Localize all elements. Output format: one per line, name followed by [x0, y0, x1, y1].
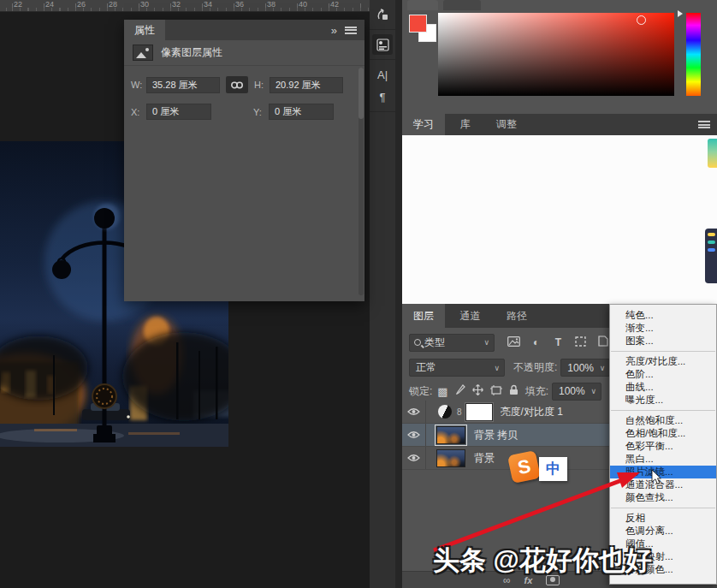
menu-item[interactable]: 阈值... — [610, 538, 716, 550]
filter-smart-objects-icon[interactable] — [596, 336, 610, 349]
menu-item[interactable]: 纯色... — [610, 309, 716, 322]
learn-panel-content — [402, 135, 717, 304]
lock-transparency-icon[interactable]: ▩ — [437, 385, 447, 398]
width-input[interactable]: 35.28 厘米 — [146, 77, 220, 93]
saturation-brightness-field[interactable] — [438, 13, 674, 96]
tab-learn[interactable]: 学习 — [402, 114, 445, 135]
tab-channels[interactable]: 通道 — [448, 304, 491, 328]
chevron-down-icon: ∨ — [479, 338, 494, 347]
hue-slider-marker — [678, 10, 683, 17]
properties-panel-header: 属性 » — [124, 20, 364, 40]
swatches-tab-stub[interactable] — [443, 0, 481, 10]
menu-item[interactable]: 色阶... — [610, 368, 716, 381]
mask-link-icon: 8 — [457, 407, 462, 417]
menu-item[interactable]: 曲线... — [610, 381, 716, 394]
properties-tab[interactable]: 属性 — [124, 20, 165, 40]
menu-item[interactable]: 自然饱和度... — [610, 414, 716, 427]
x-label: X: — [131, 107, 146, 117]
visibility-eye-icon[interactable] — [402, 424, 426, 446]
panel-menu-icon[interactable] — [345, 27, 357, 34]
opacity-input[interactable]: 100% ∨ — [560, 359, 610, 377]
layer-filter-combo[interactable]: 类型 ∨ — [409, 334, 495, 352]
menu-item[interactable]: 渐变映射... — [610, 550, 716, 563]
layer-name[interactable]: 背景 拷贝 — [474, 428, 518, 442]
menu-item[interactable]: 色调分离... — [610, 525, 716, 538]
paragraph-panel-icon[interactable]: ¶ — [372, 86, 393, 107]
blend-mode-select[interactable]: 正常 ∨ — [409, 359, 505, 377]
lock-all-icon[interactable] — [509, 384, 518, 398]
menu-item[interactable] — [611, 508, 715, 508]
link-dimensions-icon[interactable] — [226, 76, 248, 93]
hue-slider[interactable] — [686, 13, 701, 96]
ruler-mark: 32 — [172, 0, 204, 9]
ruler-mark: 22 — [14, 0, 45, 9]
menu-item[interactable]: 黑白... — [610, 453, 716, 466]
properties-panel-icon[interactable] — [372, 34, 393, 55]
visibility-eye-icon[interactable] — [402, 401, 426, 423]
tab-paths[interactable]: 路径 — [495, 304, 538, 328]
layer-thumbnail[interactable] — [436, 426, 465, 444]
lock-position-icon[interactable] — [472, 384, 483, 398]
height-input[interactable]: 20.92 厘米 — [270, 77, 343, 93]
color-tab-stub[interactable] — [407, 0, 438, 10]
filter-shape-layers-icon[interactable] — [573, 336, 588, 349]
learn-card-fragment[interactable] — [708, 139, 717, 168]
menu-item[interactable] — [611, 410, 715, 411]
menu-item[interactable]: 亮度/对比度... — [610, 355, 716, 368]
layer-name[interactable]: 亮度/对比度 1 — [501, 405, 563, 419]
character-panel-icon[interactable]: A| — [372, 64, 393, 85]
menu-item[interactable]: 图案... — [610, 335, 716, 347]
fill-value: 100% — [559, 385, 585, 397]
menu-item[interactable]: 色彩平衡... — [610, 440, 716, 453]
layer-thumbnail[interactable] — [436, 449, 465, 467]
lock-pixels-icon[interactable] — [455, 384, 465, 398]
tab-layers[interactable]: 图层 — [402, 304, 445, 328]
menu-item[interactable]: 可选颜色... — [610, 563, 716, 576]
layer-style-fx-icon[interactable]: fx — [524, 573, 533, 588]
menu-item[interactable]: 渐变... — [610, 322, 716, 335]
adjustment-layer-thumbnail[interactable] — [438, 405, 452, 419]
menu-item[interactable]: 色相/饱和度... — [610, 427, 716, 440]
pixel-layer-icon — [133, 45, 153, 61]
blend-mode-value: 正常 — [416, 360, 436, 375]
panel-menu-icon[interactable] — [698, 121, 710, 128]
filter-type-layers-icon[interactable]: T — [551, 336, 566, 348]
properties-subtitle-row: 像素图层属性 — [124, 40, 364, 66]
photoshop-window: 2224262830323436384042 — [0, 0, 717, 588]
filter-adjustment-layers-icon[interactable]: ◐ — [529, 336, 543, 348]
link-layers-icon[interactable]: ∞ — [503, 573, 511, 588]
color-panel — [402, 0, 717, 111]
history-panel-icon[interactable] — [372, 4, 393, 25]
tab-adjust[interactable]: 调整 — [485, 114, 528, 135]
add-layer-mask-icon[interactable] — [546, 575, 560, 585]
menu-item[interactable] — [611, 351, 715, 352]
filter-label: 类型 — [424, 336, 445, 350]
filter-pixel-layers-icon[interactable] — [507, 336, 521, 349]
menu-item[interactable]: 曝光度... — [610, 394, 716, 407]
height-label: H: — [254, 80, 270, 90]
layer-mask-thumbnail[interactable] — [465, 403, 493, 421]
opacity-value: 100% — [567, 362, 594, 374]
properties-scrollbar[interactable] — [358, 68, 364, 295]
chevron-down-icon: ∨ — [586, 387, 601, 395]
tab-library[interactable]: 库 — [448, 114, 481, 135]
menu-item[interactable]: 照片滤镜... — [610, 466, 716, 478]
collapse-panel-icon[interactable]: » — [331, 24, 336, 37]
chevron-down-icon: ∨ — [596, 364, 610, 372]
search-icon — [414, 339, 421, 346]
foreground-color-swatch[interactable] — [409, 15, 427, 33]
fill-input[interactable]: 100% ∨ — [552, 383, 601, 401]
y-input[interactable]: 0 厘米 — [269, 104, 334, 120]
horizontal-ruler: 2224262830323436384042 — [0, 0, 370, 12]
learn-card-fragment[interactable] — [705, 229, 717, 283]
menu-item[interactable]: 通道混合器... — [610, 478, 716, 491]
menu-item[interactable]: 颜色查找... — [610, 491, 716, 504]
visibility-eye-icon[interactable] — [402, 447, 426, 469]
color-picker-marker[interactable] — [637, 15, 646, 25]
menu-item[interactable]: 反相 — [610, 512, 716, 525]
chevron-down-icon: ∨ — [489, 364, 504, 372]
layer-name[interactable]: 背景 — [474, 451, 495, 466]
properties-panel: 属性 » 像素图层属性 W: 35.28 厘米 H: 20.92 厘米 X: — [124, 20, 364, 301]
lock-artboard-icon[interactable] — [490, 385, 502, 398]
x-input[interactable]: 0 厘米 — [146, 104, 211, 120]
